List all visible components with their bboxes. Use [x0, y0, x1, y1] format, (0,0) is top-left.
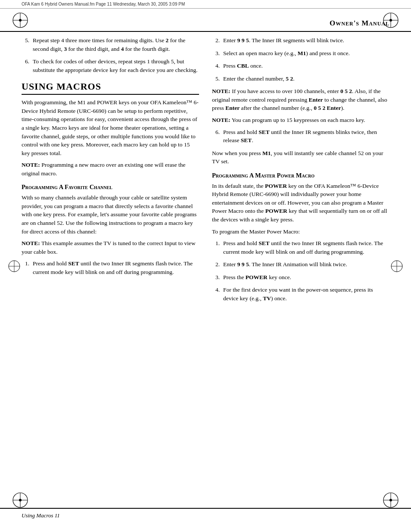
- svg-point-7: [389, 19, 392, 22]
- master-step-3-text: Press the POWER key once.: [223, 273, 389, 282]
- right-steps-list: 2. Enter 9 9 5. The Inner IR segments wi…: [212, 36, 389, 83]
- master-step-4: 4. For the first device you want in the …: [212, 286, 389, 302]
- main-content: 5. Repeat step 4 three more times for re…: [0, 32, 411, 342]
- corner-decoration-tr: [383, 12, 399, 28]
- master-intro-text: In its default state, the POWER key on t…: [212, 182, 389, 224]
- right-step-6-num: 6.: [212, 128, 220, 145]
- right-step-3-num: 3.: [212, 49, 220, 58]
- now-when-text: Now when you press M1, you will instantl…: [212, 149, 389, 166]
- master-step-2-text: Enter 9 9 5. The Inner IR Animation will…: [223, 260, 389, 269]
- right-step-2-num: 2.: [212, 36, 220, 45]
- svg-point-15: [389, 499, 392, 501]
- master-steps-list: 1. Press and hold SET until the two Inne…: [212, 239, 389, 302]
- right-step-5: 5. Enter the channel number, 5 2.: [212, 75, 389, 83]
- step-6-item: 6. To check for codes of other devices, …: [22, 57, 199, 74]
- right-step-4: 4. Press CBL once.: [212, 62, 389, 70]
- intro-steps-list: 5. Repeat step 4 three more times for re…: [22, 36, 199, 74]
- footer-left-text: Using Macros 11: [22, 512, 60, 519]
- master-step-2-num: 2.: [212, 260, 220, 269]
- mid-left-mark: [8, 260, 21, 273]
- fav-step-1-num: 1.: [22, 259, 29, 276]
- favorite-steps-list: 1. Press and hold SET until the two Inne…: [22, 259, 199, 276]
- section-intro-text: With programming, the M1 and POWER keys …: [22, 98, 199, 157]
- mid-right-mark: [390, 260, 403, 273]
- right-step-2-text: Enter 9 9 5. The Inner IR segments will …: [223, 36, 389, 45]
- right-step-5-text: Enter the channel number, 5 2.: [223, 75, 389, 83]
- subsection-favorite-channel: Programming A Favorite Channel: [22, 184, 199, 191]
- master-step-4-text: For the first device you want in the pow…: [223, 286, 389, 302]
- master-step-1-text: Press and hold SET until the two Inner I…: [223, 239, 389, 256]
- file-info-bar: OFA Kam 6 Hybrid Owners Manual.fm Page 1…: [0, 0, 411, 9]
- master-step-3: 3. Press the POWER key once.: [212, 273, 389, 282]
- step-5-item: 5. Repeat step 4 three more times for re…: [22, 36, 199, 53]
- right-step6-list: 6. Press and hold SET until the Inner IR…: [212, 128, 389, 145]
- master-step-2: 2. Enter 9 9 5. The Inner IR Animation w…: [212, 260, 389, 269]
- right-step-2: 2. Enter 9 9 5. The Inner IR segments wi…: [212, 36, 389, 45]
- to-program-text: To program the Master Power Macro:: [212, 227, 389, 236]
- master-step-3-num: 3.: [212, 273, 220, 282]
- favorite-intro: With so many channels available through …: [22, 193, 199, 236]
- master-step-4-num: 4.: [212, 286, 220, 302]
- subsection-master-power: Programming A Master Power Macro: [212, 172, 389, 179]
- step-5-text: Repeat step 4 three more times for remai…: [33, 36, 199, 53]
- step-6-text: To check for codes of other devices, rep…: [33, 57, 199, 74]
- header-title: Owner's Manual: [330, 19, 389, 28]
- left-column: 5. Repeat step 4 three more times for re…: [22, 36, 199, 307]
- master-step-1-num: 1.: [212, 239, 220, 256]
- right-step-6: 6. Press and hold SET until the Inner IR…: [212, 128, 389, 145]
- right-step-5-num: 5.: [212, 75, 220, 83]
- step-5-num: 5.: [22, 36, 29, 53]
- note-100channels: NOTE: If you have access to over 100 cha…: [212, 87, 389, 112]
- corner-decoration-br: [383, 492, 399, 508]
- right-column: 2. Enter 9 9 5. The Inner IR segments wi…: [212, 36, 389, 307]
- fav-step-1-text: Press and hold SET until the two Inner I…: [33, 259, 199, 276]
- note-programming: NOTE: Programming a new macro over an ex…: [22, 161, 199, 177]
- page-header: Owner's Manual: [0, 11, 411, 32]
- right-step-4-text: Press CBL once.: [223, 62, 389, 70]
- right-step-3: 3. Select an open macro key (e.g., M1) a…: [212, 49, 389, 58]
- corner-decoration-tl: [12, 12, 28, 28]
- page-footer: Using Macros 11: [0, 508, 411, 519]
- right-step-4-num: 4.: [212, 62, 220, 70]
- note-tv: NOTE: This example assumes the TV is tun…: [22, 239, 199, 256]
- corner-decoration-bl: [12, 492, 28, 508]
- file-info-text: OFA Kam 6 Hybrid Owners Manual.fm Page 1…: [22, 2, 185, 6]
- svg-point-3: [19, 19, 22, 22]
- step-6-num: 6.: [22, 57, 29, 74]
- master-step-1: 1. Press and hold SET until the two Inne…: [212, 239, 389, 256]
- right-step-3-text: Select an open macro key (e.g., M1) and …: [223, 49, 389, 58]
- fav-step-1: 1. Press and hold SET until the two Inne…: [22, 259, 199, 276]
- right-step-6-text: Press and hold SET until the Inner IR se…: [223, 128, 389, 145]
- page: OFA Kam 6 Hybrid Owners Manual.fm Page 1…: [0, 0, 411, 532]
- note-15keypresses: NOTE: You can program up to 15 keypresse…: [212, 116, 389, 124]
- section-heading-macros: Using Macros: [22, 81, 199, 95]
- svg-point-11: [19, 499, 22, 501]
